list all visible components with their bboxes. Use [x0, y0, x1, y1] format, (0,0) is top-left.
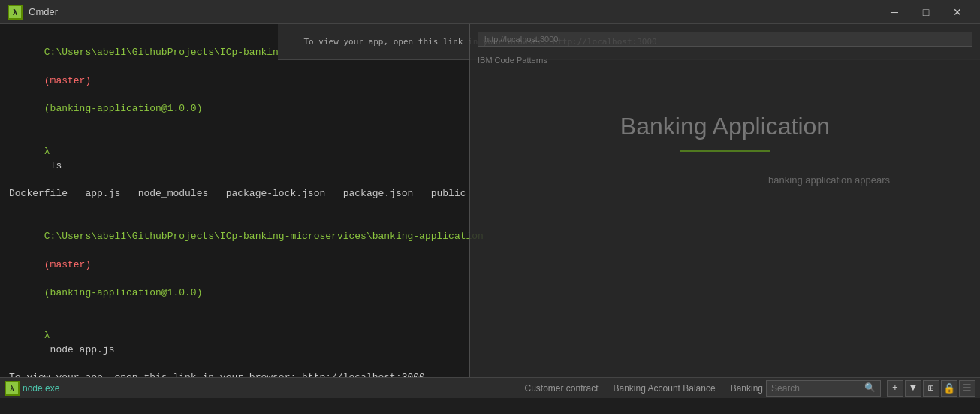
terminal-area: To view your app, open this link in your…	[0, 24, 980, 377]
version-2: (banking-application@1.0.0)	[44, 287, 203, 298]
process-name[interactable]: node.exe	[23, 383, 59, 394]
banking-app-title: Banking Application	[478, 113, 972, 141]
close-button[interactable]: ✕	[942, 2, 972, 23]
add-tab-button[interactable]: +	[887, 380, 903, 397]
branch-2: (master)	[44, 259, 91, 270]
title-bar: λ Cmder ─ □ ✕	[0, 0, 980, 24]
ibm-text: IBM Code Patterns	[478, 53, 972, 68]
appears-text: banking application appears	[768, 174, 890, 186]
status-tab-contract[interactable]: Customer contract	[524, 383, 598, 394]
menu-button[interactable]: ☰	[959, 380, 975, 397]
prompt-1: λ	[44, 146, 50, 157]
search-input[interactable]	[771, 383, 861, 394]
split-button[interactable]: ⊞	[923, 380, 939, 397]
dropdown-button[interactable]: ▼	[905, 380, 921, 397]
search-box: 🔍	[766, 380, 881, 397]
status-tabs: Customer contract Banking Account Balanc…	[524, 383, 763, 394]
window-title: Cmder	[29, 6, 879, 17]
status-tab-balance[interactable]: Banking Account Balance	[614, 383, 716, 394]
search-button[interactable]: 🔍	[864, 382, 876, 394]
path-2: C:\Users\abel1\GithubProjects\ICp-bankin…	[44, 231, 484, 242]
branch-1: (master)	[44, 75, 91, 86]
browser-content: IBM Code Patterns Banking Application	[470, 24, 980, 171]
address-bar[interactable]	[478, 32, 972, 47]
status-icon: λ	[5, 381, 20, 396]
minimize-button[interactable]: ─	[879, 2, 909, 23]
lock-button[interactable]: 🔒	[941, 380, 957, 397]
browser-overlay: IBM Code Patterns Banking Application ba…	[469, 24, 980, 377]
prompt-2: λ	[44, 330, 50, 341]
window-controls: ─ □ ✕	[879, 2, 972, 23]
status-tab-banking[interactable]: Banking	[731, 383, 763, 394]
action-buttons: + ▼ ⊞ 🔒 ☰	[887, 380, 975, 397]
status-bar: λ node.exe Customer contract Banking Acc…	[0, 377, 980, 398]
banking-underline	[680, 150, 770, 152]
app-icon: λ	[8, 5, 23, 20]
browser-main: Banking Application	[478, 113, 972, 152]
maximize-button[interactable]: □	[911, 2, 941, 23]
browser-nav	[478, 32, 972, 47]
version-1: (banking-application@1.0.0)	[44, 103, 203, 114]
